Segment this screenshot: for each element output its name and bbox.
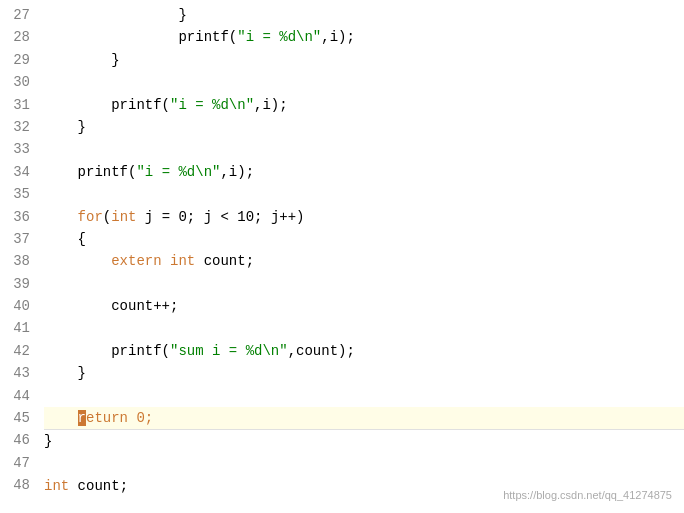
ln-42: 42 <box>8 340 30 362</box>
code-line-33 <box>44 138 684 160</box>
code-line-42: printf("sum i = %d\n",count); <box>44 340 684 362</box>
code-line-27: } <box>44 4 684 26</box>
ln-33: 33 <box>8 138 30 160</box>
ln-34: 34 <box>8 161 30 183</box>
ln-47: 47 <box>8 452 30 474</box>
code-line-29: } <box>44 49 684 71</box>
code-line-32: } <box>44 116 684 138</box>
code-line-40: count++; <box>44 295 684 317</box>
ln-39: 39 <box>8 273 30 295</box>
code-line-41 <box>44 317 684 339</box>
code-line-43: } <box>44 362 684 384</box>
code-area[interactable]: } printf("i = %d\n",i); } printf("i = %d… <box>36 4 684 509</box>
ln-30: 30 <box>8 71 30 93</box>
ln-44: 44 <box>8 385 30 407</box>
ln-38: 38 <box>8 250 30 272</box>
code-line-45: return 0; <box>44 407 684 430</box>
code-line-35 <box>44 183 684 205</box>
ln-46: 46 <box>8 429 30 451</box>
ln-41: 41 <box>8 317 30 339</box>
ln-32: 32 <box>8 116 30 138</box>
ln-27: 27 <box>8 4 30 26</box>
ln-45: 45 <box>8 407 30 429</box>
code-line-31: printf("i = %d\n",i); <box>44 94 684 116</box>
code-line-30 <box>44 71 684 93</box>
code-container: 27 28 29 30 31 32 33 34 35 36 37 38 39 4… <box>0 0 684 513</box>
code-line-38: extern int count; <box>44 250 684 272</box>
ln-29: 29 <box>8 49 30 71</box>
ln-37: 37 <box>8 228 30 250</box>
watermark: https://blog.csdn.net/qq_41274875 <box>503 487 672 505</box>
ln-36: 36 <box>8 206 30 228</box>
ln-43: 43 <box>8 362 30 384</box>
ln-40: 40 <box>8 295 30 317</box>
ln-35: 35 <box>8 183 30 205</box>
ln-28: 28 <box>8 26 30 48</box>
line-numbers: 27 28 29 30 31 32 33 34 35 36 37 38 39 4… <box>0 4 36 509</box>
code-line-36: for(int j = 0; j < 10; j++) <box>44 206 684 228</box>
code-line-28: printf("i = %d\n",i); <box>44 26 684 48</box>
ln-31: 31 <box>8 94 30 116</box>
code-line-46: } <box>44 430 684 452</box>
code-line-47 <box>44 453 684 475</box>
code-line-37: { <box>44 228 684 250</box>
code-line-44 <box>44 385 684 407</box>
code-line-39 <box>44 273 684 295</box>
code-line-34: printf("i = %d\n",i); <box>44 161 684 183</box>
ln-48: 48 <box>8 474 30 496</box>
